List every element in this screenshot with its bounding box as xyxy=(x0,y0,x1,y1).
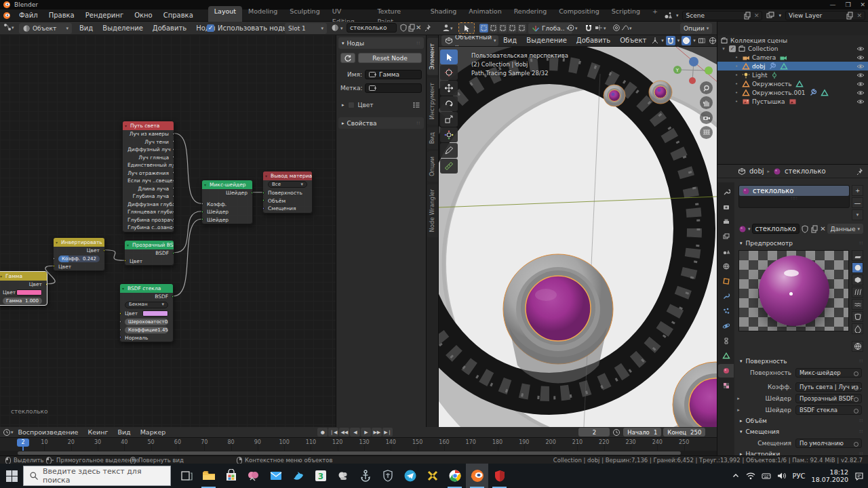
viewport-menu-Выделение[interactable]: Выделение xyxy=(521,35,572,47)
prop-value-Коэфф.[interactable]: Путь света | Луч из .. xyxy=(795,382,862,392)
play-button[interactable]: ▶ xyxy=(361,428,371,436)
taskbar-app-anchor[interactable] xyxy=(354,464,376,488)
node-socket[interactable] xyxy=(172,163,174,167)
material-datablock-icon[interactable] xyxy=(738,225,747,233)
node-socket[interactable] xyxy=(172,179,174,182)
select-mode-new[interactable] xyxy=(479,24,488,33)
node-invert[interactable]: ИнвертироватьЦветКоэфф.0.242Цвет xyxy=(53,237,105,271)
pin-icon[interactable] xyxy=(425,24,433,32)
timeline-scrollbar[interactable] xyxy=(0,451,717,455)
prev-key-button[interactable]: ◀◀ xyxy=(339,428,349,436)
properties-tab-world[interactable] xyxy=(718,260,734,273)
prop-value-Смещения[interactable]: По умолчанию xyxy=(795,439,862,448)
node-socket[interactable] xyxy=(172,186,174,190)
preview-plane-button[interactable] xyxy=(852,250,863,261)
unlink-icon[interactable]: ✕ xyxy=(416,24,421,31)
taskbar-app-max3[interactable]: 3 xyxy=(309,464,332,488)
properties-tab-material[interactable] xyxy=(718,364,734,378)
copy-icon[interactable] xyxy=(846,12,854,20)
taskbar-app-chrome[interactable] xyxy=(443,464,466,488)
node-transparent[interactable]: Прозрачный BSDFBSDFЦвет xyxy=(124,240,174,266)
viewport-menu-Добавить[interactable]: Добавить xyxy=(572,35,615,47)
outliner-item-Camera[interactable]: •Camera xyxy=(717,53,868,62)
node-socket[interactable] xyxy=(172,210,174,214)
timeline-menu-Кеинг[interactable]: Кеинг xyxy=(83,427,113,438)
scrollbar-thumb[interactable] xyxy=(18,451,681,455)
preview-fluid-button[interactable] xyxy=(852,299,863,310)
node-socket[interactable] xyxy=(172,226,174,229)
outliner-item-Пустышка[interactable]: •Пустышка xyxy=(717,97,868,106)
taskbar-search[interactable]: Введите здесь текст для поиска xyxy=(23,466,171,486)
outliner[interactable]: Коллекция сцены ▾✓Collection•Camera•dobj… xyxy=(717,35,868,164)
pin-id-icon[interactable] xyxy=(856,167,865,176)
node-socket[interactable] xyxy=(202,202,203,205)
eye-icon[interactable] xyxy=(856,80,865,88)
properties-tab-object[interactable] xyxy=(718,274,734,288)
taskbar-app-telegram[interactable] xyxy=(399,464,421,488)
add-slot-button[interactable]: ＋ xyxy=(852,185,863,196)
tool-select-box[interactable] xyxy=(440,49,458,64)
surface-panel-header[interactable]: ▾Поверхность∷ xyxy=(734,356,868,367)
menu-Правка[interactable]: Правка xyxy=(43,12,80,19)
proportional-editing-icon[interactable] xyxy=(612,24,620,32)
node-name-field[interactable]: Гамма xyxy=(365,70,422,79)
node-socket[interactable] xyxy=(54,264,55,268)
node-header[interactable]: Гамма xyxy=(0,272,47,281)
timeline-menu-Маркер[interactable]: Маркер xyxy=(136,427,171,438)
copy-material-icon[interactable] xyxy=(408,24,416,32)
preview-liquid-button[interactable] xyxy=(852,323,863,334)
xray-icon[interactable] xyxy=(698,37,706,45)
properties-tab-scene[interactable] xyxy=(718,245,734,258)
node-socket[interactable] xyxy=(202,218,203,221)
tool-annotate[interactable] xyxy=(440,143,458,158)
node-socket[interactable] xyxy=(54,257,55,260)
node-socket[interactable] xyxy=(120,320,121,323)
material-icon[interactable] xyxy=(331,24,339,32)
tray-expand-icon[interactable] xyxy=(732,472,740,480)
sidebar-tab-Вид[interactable]: Вид xyxy=(427,127,438,149)
tool-select-box-button[interactable] xyxy=(458,22,475,34)
taskbar-app-explorer[interactable] xyxy=(197,464,220,488)
node-socket[interactable] xyxy=(263,191,264,195)
node-socket[interactable] xyxy=(172,171,174,174)
taskbar-app-bird[interactable] xyxy=(287,464,309,488)
properties-tab-particles[interactable] xyxy=(718,304,734,318)
properties-editor[interactable]: dobj ▸ стеклолько стеклолько ∷∷ xyxy=(717,164,868,455)
copy-icon[interactable] xyxy=(743,12,751,20)
preview-panel-header[interactable]: ▾Предпросмотр∷ xyxy=(734,238,868,249)
taskbar-app-fist[interactable] xyxy=(332,464,354,488)
node-socket[interactable] xyxy=(172,155,174,159)
properties-tab-texture[interactable] xyxy=(718,379,734,392)
material-datablock-field[interactable]: стеклолько xyxy=(752,224,800,234)
slot-specials-button[interactable]: ▾ xyxy=(852,209,863,220)
sidebar-tab-Элемент[interactable]: Элемент xyxy=(427,38,438,75)
scene-icon[interactable] xyxy=(664,12,672,20)
node-socket[interactable] xyxy=(172,202,174,205)
current-frame-field[interactable]: 2 xyxy=(578,428,610,436)
play-back-button[interactable]: ◀ xyxy=(350,428,360,436)
preview-cloth-button[interactable] xyxy=(852,311,863,322)
unlink-icon[interactable]: ✕ xyxy=(820,225,825,232)
material-slot-list[interactable]: стеклолько ∷∷ xyxy=(738,185,850,208)
use-preview-range-icon[interactable] xyxy=(612,428,620,436)
eye-icon[interactable] xyxy=(856,54,865,62)
nodes-panel-header[interactable]: ▾Ноды∷ xyxy=(338,37,424,49)
keyboard-icon[interactable] xyxy=(762,472,771,480)
select-mode-extend[interactable] xyxy=(489,24,498,33)
properties-tab-output[interactable] xyxy=(718,215,734,228)
eye-icon[interactable] xyxy=(856,98,865,106)
node-socket[interactable] xyxy=(120,312,121,315)
preview-world-button[interactable] xyxy=(852,341,863,352)
editor-type-icon[interactable] xyxy=(3,23,12,31)
preview-hair-button[interactable] xyxy=(852,287,863,298)
eye-icon[interactable] xyxy=(856,89,865,97)
breadcrumb-object[interactable]: dobj xyxy=(749,167,764,175)
node-socket[interactable] xyxy=(172,295,173,298)
breadcrumb-material[interactable]: стеклолько xyxy=(785,167,825,175)
minimize-button[interactable]: — xyxy=(829,1,835,8)
shader-menu-Добавить[interactable]: Добавить xyxy=(148,24,191,32)
language-indicator[interactable]: РУС xyxy=(792,472,805,480)
shader-menu-Выделение[interactable]: Выделение xyxy=(98,24,148,32)
outliner-item-dobj[interactable]: •dobj xyxy=(717,62,868,70)
volume-panel-header[interactable]: ▸Объём∷ xyxy=(734,415,868,426)
